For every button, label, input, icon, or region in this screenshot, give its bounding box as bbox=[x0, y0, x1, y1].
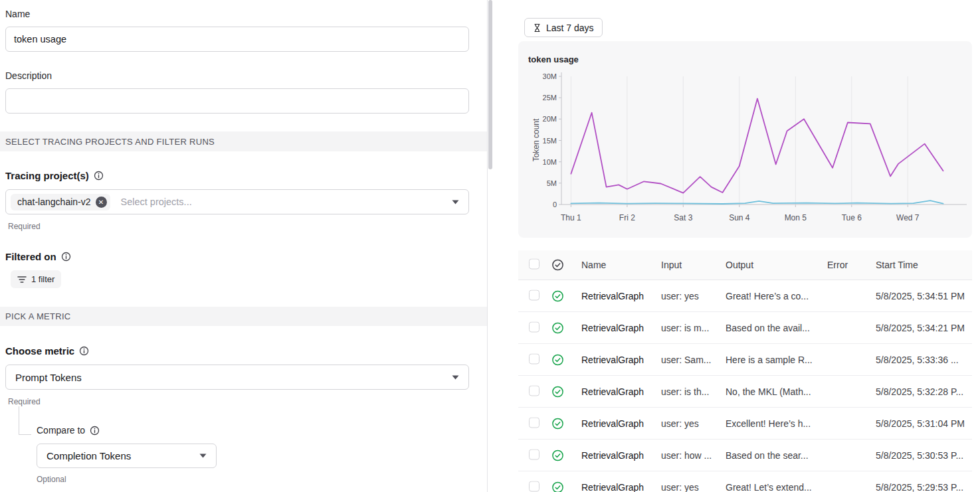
token-usage-line-chart bbox=[518, 41, 972, 238]
tracing-projects-label: Tracing project(s) bbox=[5, 170, 104, 181]
info-icon[interactable] bbox=[61, 252, 71, 262]
select-all-checkbox[interactable] bbox=[529, 259, 539, 270]
table-row[interactable]: RetrievalGraph user: yes Great! Here’s a… bbox=[518, 280, 972, 312]
projects-placeholder: Select projects... bbox=[121, 197, 452, 207]
choose-metric-label: Choose metric bbox=[5, 345, 89, 357]
table-row[interactable]: RetrievalGraph user: is th... No, the MK… bbox=[518, 376, 972, 408]
y-axis-tick-label: 15M bbox=[530, 137, 557, 145]
time-range-button[interactable]: Last 7 days bbox=[524, 18, 603, 37]
row-checkbox[interactable] bbox=[529, 289, 539, 300]
row-checkbox[interactable] bbox=[529, 321, 539, 332]
y-axis-tick-label: 30M bbox=[530, 72, 557, 80]
name-label: Name bbox=[5, 9, 30, 19]
chart-panel: token usage Token count 05M10M15M20M25M3… bbox=[518, 41, 972, 238]
run-name: RetrievalGraph bbox=[581, 355, 658, 365]
run-output: No, the MKL (Math... bbox=[726, 386, 825, 397]
row-checkbox[interactable] bbox=[529, 417, 539, 428]
column-header-start-time[interactable]: Start Time bbox=[876, 260, 972, 270]
x-axis-tick-label: Tue 6 bbox=[832, 213, 872, 222]
filtered-on-label: Filtered on bbox=[5, 251, 71, 262]
remove-project-icon[interactable]: ✕ bbox=[96, 197, 107, 208]
row-checkbox[interactable] bbox=[529, 481, 539, 491]
run-start-time: 5/8/2025, 5:34:21 PM bbox=[876, 323, 972, 333]
table-header-row: Name Input Output Error Start Time bbox=[518, 250, 972, 280]
compare-select-value: Completion Tokens bbox=[47, 450, 131, 461]
table-row[interactable]: RetrievalGraph user: yes Excellent! Here… bbox=[518, 408, 972, 440]
row-checkbox[interactable] bbox=[529, 353, 539, 364]
success-status-icon bbox=[551, 417, 565, 430]
compare-metric-select[interactable]: Completion Tokens bbox=[37, 444, 217, 468]
run-input: user: Sam... bbox=[661, 355, 723, 365]
run-input: user: yes bbox=[661, 482, 723, 492]
table-row[interactable]: RetrievalGraph user: how ... Based on th… bbox=[518, 440, 972, 471]
section-header-metric: PICK A METRIC bbox=[0, 307, 487, 326]
column-header-error[interactable]: Error bbox=[827, 260, 873, 270]
chevron-down-icon bbox=[452, 375, 459, 380]
run-start-time: 5/8/2025, 5:32:28 P... bbox=[876, 386, 972, 397]
time-range-label: Last 7 days bbox=[546, 23, 594, 33]
info-icon[interactable] bbox=[79, 346, 89, 356]
description-label: Description bbox=[5, 70, 52, 81]
run-name: RetrievalGraph bbox=[581, 418, 658, 429]
compare-to-label: Compare to bbox=[37, 425, 100, 436]
success-status-icon bbox=[551, 385, 565, 398]
x-axis-tick-label: Fri 2 bbox=[607, 213, 647, 222]
projects-multiselect[interactable]: chat-langchain-v2 ✕ Select projects... bbox=[5, 189, 469, 214]
name-input[interactable] bbox=[5, 27, 469, 52]
column-header-name[interactable]: Name bbox=[581, 260, 658, 270]
run-input: user: is th... bbox=[661, 386, 723, 397]
description-input[interactable] bbox=[5, 88, 469, 114]
info-icon[interactable] bbox=[90, 426, 100, 436]
panel-divider bbox=[487, 0, 488, 492]
run-start-time: 5/8/2025, 5:34:51 PM bbox=[876, 291, 972, 301]
metric-select-value: Prompt Tokens bbox=[15, 372, 82, 383]
metric-select[interactable]: Prompt Tokens bbox=[5, 365, 469, 390]
run-output: Great! Here’s a co... bbox=[726, 291, 825, 301]
run-name: RetrievalGraph bbox=[581, 482, 658, 492]
run-name: RetrievalGraph bbox=[581, 291, 658, 301]
table-row[interactable]: RetrievalGraph user: Sam... Here is a sa… bbox=[518, 344, 972, 376]
info-icon[interactable] bbox=[94, 171, 104, 181]
run-start-time: 5/8/2025, 5:31:04 PM bbox=[876, 418, 972, 429]
run-start-time: 5/8/2025, 5:29:53 P... bbox=[876, 482, 972, 492]
x-axis-tick-label: Thu 1 bbox=[551, 213, 591, 222]
run-input: user: how ... bbox=[661, 450, 723, 461]
filter-lines-icon bbox=[17, 276, 27, 284]
x-axis-tick-label: Wed 7 bbox=[888, 213, 928, 222]
success-status-icon bbox=[551, 353, 565, 366]
choose-metric-label-text: Choose metric bbox=[5, 345, 74, 357]
status-column-icon bbox=[551, 259, 565, 272]
run-start-time: 5/8/2025, 5:33:36 ... bbox=[876, 355, 972, 365]
success-status-icon bbox=[551, 289, 565, 302]
run-output: Excellent! Here’s h... bbox=[726, 418, 825, 429]
y-axis-tick-label: 20M bbox=[530, 115, 557, 123]
column-header-input[interactable]: Input bbox=[661, 260, 723, 270]
y-axis-tick-label: 5M bbox=[530, 179, 557, 187]
filter-count-label: 1 filter bbox=[31, 274, 54, 284]
chevron-down-icon[interactable] bbox=[452, 200, 459, 205]
table-row[interactable]: RetrievalGraph user: is m... Based on th… bbox=[518, 312, 972, 344]
hourglass-icon bbox=[533, 23, 541, 33]
runs-table: Name Input Output Error Start Time Retri… bbox=[518, 250, 972, 492]
required-hint: Required bbox=[8, 397, 41, 406]
tracing-projects-label-text: Tracing project(s) bbox=[5, 170, 89, 181]
required-hint: Required bbox=[8, 222, 41, 231]
filter-count-badge[interactable]: 1 filter bbox=[11, 270, 61, 288]
y-axis-tick-label: 0 bbox=[530, 201, 557, 208]
row-checkbox[interactable] bbox=[529, 385, 539, 396]
optional-hint: Optional bbox=[37, 475, 66, 484]
chart-config-panel: Name Description SELECT TRACING PROJECTS… bbox=[0, 0, 487, 492]
column-header-output[interactable]: Output bbox=[726, 260, 825, 270]
run-name: RetrievalGraph bbox=[581, 386, 658, 397]
run-start-time: 5/8/2025, 5:30:53 P... bbox=[876, 450, 972, 461]
row-checkbox[interactable] bbox=[529, 449, 539, 459]
scrollbar-thumb[interactable] bbox=[488, 0, 492, 169]
y-axis-tick-label: 25M bbox=[530, 94, 557, 102]
success-status-icon bbox=[551, 481, 565, 492]
project-chip-label: chat-langchain-v2 bbox=[17, 197, 91, 207]
filtered-on-label-text: Filtered on bbox=[5, 251, 56, 262]
run-input: user: yes bbox=[661, 418, 723, 429]
run-output: Here is a sample R... bbox=[726, 355, 825, 365]
run-output: Great! Let’s extend... bbox=[726, 482, 825, 492]
table-row[interactable]: RetrievalGraph user: yes Great! Let’s ex… bbox=[518, 471, 972, 492]
